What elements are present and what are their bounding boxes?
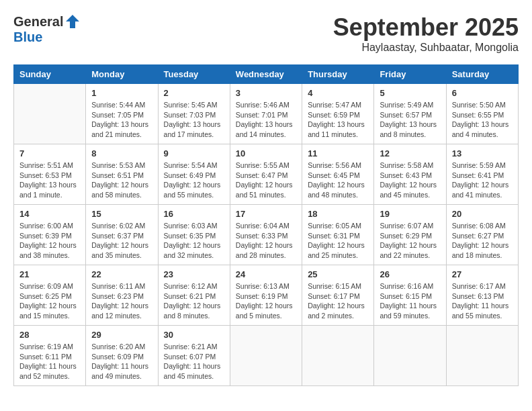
calendar-cell: 10Sunrise: 5:55 AM Sunset: 6:47 PM Dayli… — [230, 144, 302, 205]
week-row-4: 21Sunrise: 6:09 AM Sunset: 6:25 PM Dayli… — [14, 265, 519, 326]
title-block: September 2025 Haylaastay, Suhbaatar, Mo… — [333, 13, 519, 54]
day-info: Sunrise: 6:00 AM Sunset: 6:39 PM Dayligh… — [19, 221, 80, 261]
day-info: Sunrise: 5:51 AM Sunset: 6:53 PM Dayligh… — [19, 161, 80, 200]
calendar-cell: 5Sunrise: 5:49 AM Sunset: 6:57 PM Daylig… — [374, 84, 446, 144]
calendar-cell: 14Sunrise: 6:00 AM Sunset: 6:39 PM Dayli… — [14, 205, 86, 265]
calendar-cell: 21Sunrise: 6:09 AM Sunset: 6:25 PM Dayli… — [14, 265, 86, 326]
week-row-3: 14Sunrise: 6:00 AM Sunset: 6:39 PM Dayli… — [14, 205, 519, 265]
calendar-cell: 19Sunrise: 6:07 AM Sunset: 6:29 PM Dayli… — [374, 205, 446, 265]
logo-icon — [64, 13, 81, 30]
day-number: 27 — [452, 269, 513, 279]
day-number: 9 — [164, 148, 224, 158]
week-row-2: 7Sunrise: 5:51 AM Sunset: 6:53 PM Daylig… — [14, 144, 519, 205]
day-info: Sunrise: 5:54 AM Sunset: 6:49 PM Dayligh… — [164, 161, 224, 200]
weekday-header-tuesday: Tuesday — [158, 65, 230, 84]
calendar-cell: 17Sunrise: 6:04 AM Sunset: 6:33 PM Dayli… — [230, 205, 302, 265]
day-number: 18 — [308, 209, 368, 219]
calendar-cell: 6Sunrise: 5:50 AM Sunset: 6:55 PM Daylig… — [446, 84, 518, 144]
day-number: 12 — [380, 148, 440, 158]
calendar-cell: 3Sunrise: 5:46 AM Sunset: 7:01 PM Daylig… — [230, 84, 302, 144]
day-number: 26 — [380, 269, 440, 279]
day-number: 14 — [19, 209, 80, 219]
calendar-cell: 1Sunrise: 5:44 AM Sunset: 7:05 PM Daylig… — [86, 84, 158, 144]
week-row-5: 28Sunrise: 6:19 AM Sunset: 6:11 PM Dayli… — [14, 326, 519, 386]
day-number: 22 — [91, 269, 152, 279]
day-info: Sunrise: 6:19 AM Sunset: 6:11 PM Dayligh… — [19, 342, 80, 381]
day-info: Sunrise: 6:17 AM Sunset: 6:13 PM Dayligh… — [452, 281, 513, 321]
day-info: Sunrise: 6:20 AM Sunset: 6:09 PM Dayligh… — [91, 342, 152, 381]
calendar-cell: 26Sunrise: 6:16 AM Sunset: 6:15 PM Dayli… — [374, 265, 446, 326]
day-number: 30 — [164, 330, 224, 340]
day-number: 4 — [308, 88, 368, 98]
day-info: Sunrise: 5:46 AM Sunset: 7:01 PM Dayligh… — [236, 100, 296, 140]
day-info: Sunrise: 6:13 AM Sunset: 6:19 PM Dayligh… — [236, 281, 296, 321]
logo: General Blue — [13, 13, 81, 45]
weekday-header-thursday: Thursday — [302, 65, 374, 84]
day-number: 2 — [164, 88, 224, 98]
day-number: 8 — [91, 148, 152, 158]
calendar-table: SundayMondayTuesdayWednesdayThursdayFrid… — [13, 64, 519, 386]
calendar-cell — [374, 326, 446, 386]
day-info: Sunrise: 6:02 AM Sunset: 6:37 PM Dayligh… — [91, 221, 152, 261]
day-number: 24 — [236, 269, 296, 279]
calendar-cell: 20Sunrise: 6:08 AM Sunset: 6:27 PM Dayli… — [446, 205, 518, 265]
calendar-cell: 24Sunrise: 6:13 AM Sunset: 6:19 PM Dayli… — [230, 265, 302, 326]
calendar-cell: 8Sunrise: 5:53 AM Sunset: 6:51 PM Daylig… — [86, 144, 158, 205]
weekday-header-wednesday: Wednesday — [230, 65, 302, 84]
day-info: Sunrise: 5:44 AM Sunset: 7:05 PM Dayligh… — [91, 100, 152, 140]
day-info: Sunrise: 6:07 AM Sunset: 6:29 PM Dayligh… — [380, 221, 440, 261]
day-info: Sunrise: 6:21 AM Sunset: 6:07 PM Dayligh… — [164, 342, 224, 381]
day-info: Sunrise: 6:15 AM Sunset: 6:17 PM Dayligh… — [308, 281, 368, 321]
calendar-cell — [14, 84, 86, 144]
day-number: 21 — [19, 269, 80, 279]
calendar-cell: 9Sunrise: 5:54 AM Sunset: 6:49 PM Daylig… — [158, 144, 230, 205]
calendar-cell: 2Sunrise: 5:45 AM Sunset: 7:03 PM Daylig… — [158, 84, 230, 144]
month-title: September 2025 — [333, 13, 519, 42]
day-info: Sunrise: 5:55 AM Sunset: 6:47 PM Dayligh… — [236, 161, 296, 200]
calendar-cell: 30Sunrise: 6:21 AM Sunset: 6:07 PM Dayli… — [158, 326, 230, 386]
day-number: 17 — [236, 209, 296, 219]
weekday-header-friday: Friday — [374, 65, 446, 84]
day-number: 5 — [380, 88, 440, 98]
calendar-cell: 15Sunrise: 6:02 AM Sunset: 6:37 PM Dayli… — [86, 205, 158, 265]
day-info: Sunrise: 5:59 AM Sunset: 6:41 PM Dayligh… — [452, 161, 513, 200]
day-info: Sunrise: 6:11 AM Sunset: 6:23 PM Dayligh… — [91, 281, 152, 321]
day-info: Sunrise: 5:50 AM Sunset: 6:55 PM Dayligh… — [452, 100, 513, 140]
calendar-cell: 29Sunrise: 6:20 AM Sunset: 6:09 PM Dayli… — [86, 326, 158, 386]
day-number: 6 — [452, 88, 513, 98]
day-number: 25 — [308, 269, 368, 279]
day-number: 7 — [19, 148, 80, 158]
calendar-cell: 16Sunrise: 6:03 AM Sunset: 6:35 PM Dayli… — [158, 205, 230, 265]
day-number: 28 — [19, 330, 80, 340]
calendar-cell: 18Sunrise: 6:05 AM Sunset: 6:31 PM Dayli… — [302, 205, 374, 265]
weekday-header-row: SundayMondayTuesdayWednesdayThursdayFrid… — [14, 65, 519, 84]
weekday-header-sunday: Sunday — [14, 65, 86, 84]
day-info: Sunrise: 6:12 AM Sunset: 6:21 PM Dayligh… — [164, 281, 224, 321]
calendar-cell: 28Sunrise: 6:19 AM Sunset: 6:11 PM Dayli… — [14, 326, 86, 386]
calendar-cell — [302, 326, 374, 386]
calendar-cell — [446, 326, 518, 386]
day-info: Sunrise: 5:58 AM Sunset: 6:43 PM Dayligh… — [380, 161, 440, 200]
day-number: 19 — [380, 209, 440, 219]
day-number: 1 — [91, 88, 152, 98]
logo-general-text: General — [13, 14, 63, 30]
day-number: 10 — [236, 148, 296, 158]
calendar-cell — [230, 326, 302, 386]
day-info: Sunrise: 6:03 AM Sunset: 6:35 PM Dayligh… — [164, 221, 224, 261]
day-info: Sunrise: 5:47 AM Sunset: 6:59 PM Dayligh… — [308, 100, 368, 140]
day-info: Sunrise: 6:08 AM Sunset: 6:27 PM Dayligh… — [452, 221, 513, 261]
calendar-cell: 12Sunrise: 5:58 AM Sunset: 6:43 PM Dayli… — [374, 144, 446, 205]
day-number: 29 — [91, 330, 152, 340]
day-number: 3 — [236, 88, 296, 98]
svg-marker-0 — [66, 15, 79, 28]
page-header: General Blue September 2025 Haylaastay, … — [13, 13, 519, 54]
day-info: Sunrise: 5:45 AM Sunset: 7:03 PM Dayligh… — [164, 100, 224, 140]
day-info: Sunrise: 6:04 AM Sunset: 6:33 PM Dayligh… — [236, 221, 296, 261]
calendar-cell: 4Sunrise: 5:47 AM Sunset: 6:59 PM Daylig… — [302, 84, 374, 144]
day-info: Sunrise: 5:49 AM Sunset: 6:57 PM Dayligh… — [380, 100, 440, 140]
day-number: 13 — [452, 148, 513, 158]
day-number: 23 — [164, 269, 224, 279]
calendar-cell: 25Sunrise: 6:15 AM Sunset: 6:17 PM Dayli… — [302, 265, 374, 326]
calendar-cell: 23Sunrise: 6:12 AM Sunset: 6:21 PM Dayli… — [158, 265, 230, 326]
day-number: 15 — [91, 209, 152, 219]
